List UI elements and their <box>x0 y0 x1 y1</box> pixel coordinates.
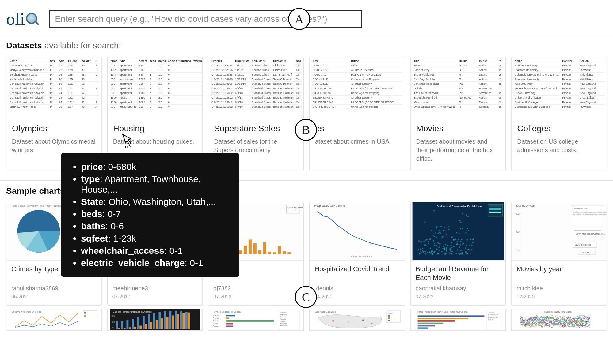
svg-point-138 <box>453 246 454 247</box>
svg-rect-253 <box>226 315 235 316</box>
chart-thumbnail-small[interactable]: Olympic Medalists by CountryCountryArgen… <box>208 309 304 331</box>
svg-point-180 <box>456 243 458 245</box>
svg-text:Argentina: Argentina <box>213 315 219 316</box>
svg-point-86 <box>446 234 447 235</box>
svg-text:$2,000,000,000: $2,000,000,000 <box>488 314 498 316</box>
svg-rect-214 <box>121 321 123 329</box>
tooltip-item: beds: 0-7 <box>81 209 229 219</box>
svg-point-164 <box>443 230 444 231</box>
chart-thumbnail-small[interactable]: SuperStore Map SalesRegion <box>309 309 405 331</box>
chart-author: .dennis <box>314 285 400 292</box>
svg-point-50 <box>436 237 437 238</box>
chart-thumbnail-small[interactable]: Sales Vs Profit Trend Over Time <box>6 309 102 331</box>
svg-rect-283 <box>417 327 428 329</box>
svg-point-161 <box>436 227 437 228</box>
svg-rect-21 <box>288 252 291 254</box>
svg-point-117 <box>424 244 425 246</box>
chart-card[interactable]: Budget and Revenue for Each MovieBudget … <box>410 202 506 306</box>
svg-point-123 <box>459 246 460 248</box>
svg-point-154 <box>429 251 430 253</box>
svg-point-135 <box>462 228 463 229</box>
svg-point-114 <box>444 247 445 249</box>
search-input[interactable] <box>49 10 362 28</box>
svg-point-64 <box>425 244 426 246</box>
svg-point-116 <box>444 227 445 228</box>
svg-point-96 <box>450 248 451 250</box>
svg-point-93 <box>446 247 447 248</box>
chart-thumbnail-small[interactable]: Cases by County (Line Graph) <box>511 309 607 331</box>
svg-point-127 <box>425 253 426 255</box>
svg-text:2026 Technicolor: 2026 Technicolor <box>575 244 591 246</box>
svg-rect-236 <box>180 311 182 329</box>
svg-text:SuperStore Map Sales: SuperStore Map Sales <box>315 311 336 313</box>
svg-text:15K: 15K <box>112 315 115 317</box>
svg-rect-225 <box>150 322 152 329</box>
svg-rect-221 <box>139 325 142 329</box>
svg-rect-239 <box>188 313 190 329</box>
svg-rect-229 <box>161 318 163 329</box>
svg-rect-235 <box>177 314 179 329</box>
chart-author: daoprakai.khamsay <box>416 285 501 292</box>
svg-rect-218 <box>132 319 134 329</box>
svg-point-115 <box>465 252 466 253</box>
svg-point-125 <box>434 236 435 237</box>
svg-text:Week of Order Date: Week of Order Date <box>351 255 373 258</box>
svg-point-144 <box>438 253 439 254</box>
svg-text:1997: Multiplane invented by..: 1997: Multiplane invented by... <box>576 233 605 235</box>
chart-card[interactable]: Movies by yearBudget per movieThis chart… <box>511 202 607 306</box>
dataset-card-movies[interactable]: TitleRatingGenreYTenetPG-13Action2Birds … <box>410 57 506 171</box>
datasets-section-label: Datasets available for search: <box>0 35 613 51</box>
svg-point-168 <box>465 247 466 249</box>
svg-point-167 <box>467 253 468 254</box>
search-icon <box>25 12 40 26</box>
svg-rect-209 <box>84 315 86 317</box>
svg-point-146 <box>467 249 469 250</box>
svg-line-287 <box>129 145 131 147</box>
svg-rect-213 <box>118 328 120 329</box>
svg-point-174 <box>446 250 447 252</box>
chart-thumbnail-small[interactable]: Male and Female Participants in Olympics… <box>107 309 203 331</box>
svg-point-133 <box>463 243 464 244</box>
datasets-label-rest: available for search: <box>42 41 121 50</box>
svg-rect-13 <box>249 239 252 254</box>
svg-point-66 <box>460 241 461 242</box>
svg-point-38 <box>432 235 434 236</box>
svg-point-83 <box>469 249 470 250</box>
dataset-card-colleges[interactable]: NameControlRegionHarvard UniversityPriva… <box>511 57 607 171</box>
svg-rect-238 <box>185 312 188 329</box>
dataset-description: Dataset on US college admissions and cos… <box>517 137 601 154</box>
chart-card[interactable]: Hospitalized Covid TrendWeek of Order Da… <box>309 202 405 306</box>
svg-text:we evolve our technological ad: we evolve our technological advancements… <box>573 214 607 216</box>
dataset-description: ataset about crimes in USA. <box>315 137 399 146</box>
svg-point-166 <box>439 250 440 251</box>
svg-text:Australia: Australia <box>280 318 286 320</box>
svg-rect-17 <box>268 252 271 254</box>
svg-point-40 <box>423 241 425 242</box>
svg-point-47 <box>466 214 467 216</box>
dataset-schema-tooltip: price: 0-680ktype: Apartment, Townhouse,… <box>61 153 239 277</box>
chart-date: 06-2020 <box>11 294 97 300</box>
svg-point-110 <box>436 245 437 246</box>
dataset-card-es[interactable]: CityCrimePOTOMACOtherPOTOMACAll Other Of… <box>309 57 405 171</box>
tooltip-list: price: 0-680ktype: Apartment, Townhouse,… <box>72 162 229 268</box>
svg-rect-20 <box>283 251 286 254</box>
chart-thumbnail: Movies by yearBudget per movieThis chart… <box>512 202 607 261</box>
svg-rect-255 <box>226 317 229 319</box>
chart-thumbnail-small[interactable]: The Most Profitable Movies Ever Made: bu… <box>410 309 506 331</box>
svg-point-76 <box>436 248 437 250</box>
svg-rect-265 <box>388 315 390 317</box>
svg-text:$750,000: $750,000 <box>488 319 494 321</box>
chart-date: 04-2020 <box>314 294 400 300</box>
svg-point-52 <box>450 245 451 246</box>
chart-title: Movies by year <box>516 265 602 282</box>
svg-point-177 <box>420 241 421 242</box>
svg-point-175 <box>451 236 452 238</box>
svg-text:Cases by County (Line Graph): Cases by County (Line Graph) <box>544 311 573 313</box>
svg-text:Budget per movie: Budget per movie <box>573 208 588 209</box>
svg-point-42 <box>438 246 440 248</box>
dataset-title: Movies <box>416 124 500 133</box>
svg-line-285 <box>124 146 126 148</box>
svg-point-173 <box>420 252 421 253</box>
svg-text:10K: 10K <box>112 321 115 323</box>
dataset-title: Superstore Sales <box>214 124 298 133</box>
